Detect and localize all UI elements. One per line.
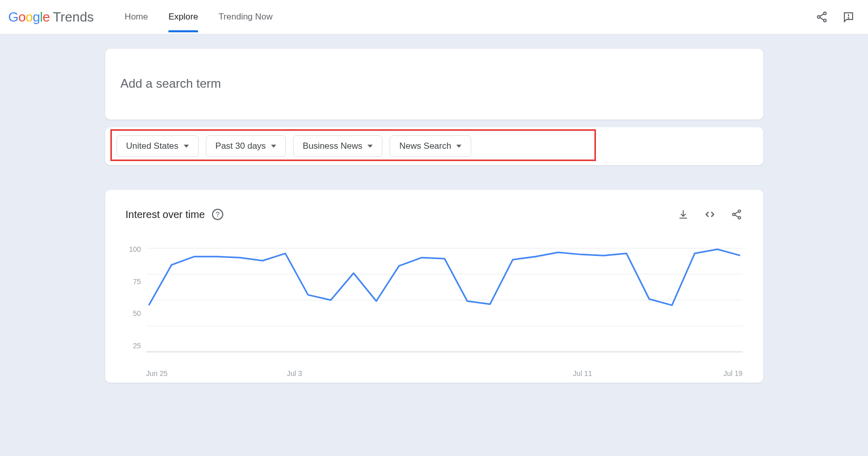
page-body: United States Past 30 days Business News… — [0, 34, 868, 456]
filters-row: United States Past 30 days Business News… — [117, 135, 752, 157]
svg-point-8 — [732, 213, 735, 216]
chevron-down-icon — [271, 145, 276, 148]
svg-point-0 — [824, 12, 826, 15]
header-actions — [816, 11, 860, 23]
nav-trending-now[interactable]: Trending Now — [219, 2, 273, 32]
feedback-icon[interactable] — [842, 11, 855, 23]
filters-card: United States Past 30 days Business News… — [105, 127, 763, 165]
header: Google Trends Home Explore Trending Now — [0, 0, 868, 34]
chart-body: 100 75 50 25 Jun 25 Jul 3 Jul 11 Jul 19 — [126, 245, 743, 378]
filter-geo-label: United States — [126, 141, 179, 151]
svg-point-9 — [738, 216, 741, 219]
y-tick: 100 — [126, 245, 141, 253]
nav: Home Explore Trending Now — [125, 2, 273, 32]
filter-search-type[interactable]: News Search — [390, 135, 471, 157]
svg-point-1 — [818, 16, 820, 18]
svg-point-7 — [738, 210, 741, 212]
y-tick: 25 — [126, 342, 141, 350]
chart-actions — [677, 208, 743, 221]
filter-time[interactable]: Past 30 days — [206, 135, 286, 157]
chart-title: Interest over time — [126, 209, 205, 221]
plot-area: Jun 25 Jul 3 Jul 11 Jul 19 — [146, 245, 743, 378]
x-tick: Jul 19 — [723, 369, 742, 378]
download-icon[interactable] — [677, 208, 689, 221]
svg-line-11 — [735, 215, 738, 217]
x-tick: Jul 11 — [573, 369, 592, 378]
svg-line-10 — [735, 212, 738, 214]
y-tick: 75 — [126, 277, 141, 286]
svg-point-2 — [824, 19, 826, 22]
share-chart-icon[interactable] — [730, 208, 743, 221]
chevron-down-icon — [184, 145, 189, 148]
search-input[interactable] — [121, 76, 748, 91]
help-icon[interactable]: ? — [212, 209, 223, 220]
filter-search-type-label: News Search — [399, 141, 451, 151]
embed-icon[interactable] — [704, 208, 716, 221]
search-card — [105, 49, 763, 120]
filter-category-label: Business News — [303, 141, 362, 151]
chevron-down-icon — [456, 145, 461, 148]
y-tick: 50 — [126, 309, 141, 318]
chart-card: Interest over time ? 100 — [105, 190, 763, 383]
nav-home[interactable]: Home — [125, 2, 148, 32]
x-tick: Jul 3 — [287, 369, 302, 378]
nav-explore[interactable]: Explore — [168, 2, 198, 32]
chart-svg — [146, 245, 743, 364]
filter-geo[interactable]: United States — [117, 135, 199, 157]
filter-time-label: Past 30 days — [216, 141, 266, 151]
x-tick: Jun 25 — [146, 369, 168, 378]
chart-header: Interest over time ? — [126, 208, 743, 221]
x-axis: Jun 25 Jul 3 Jul 11 Jul 19 — [146, 364, 743, 378]
svg-line-4 — [820, 17, 824, 20]
svg-line-3 — [820, 14, 824, 16]
chevron-down-icon — [368, 145, 373, 148]
y-axis: 100 75 50 25 — [126, 245, 146, 350]
share-icon[interactable] — [816, 11, 828, 23]
svg-point-6 — [848, 17, 849, 18]
logo[interactable]: Google Trends — [8, 9, 94, 25]
logo-product: Trends — [53, 9, 94, 25]
filter-category[interactable]: Business News — [293, 135, 382, 157]
logo-google: Google — [8, 9, 50, 25]
